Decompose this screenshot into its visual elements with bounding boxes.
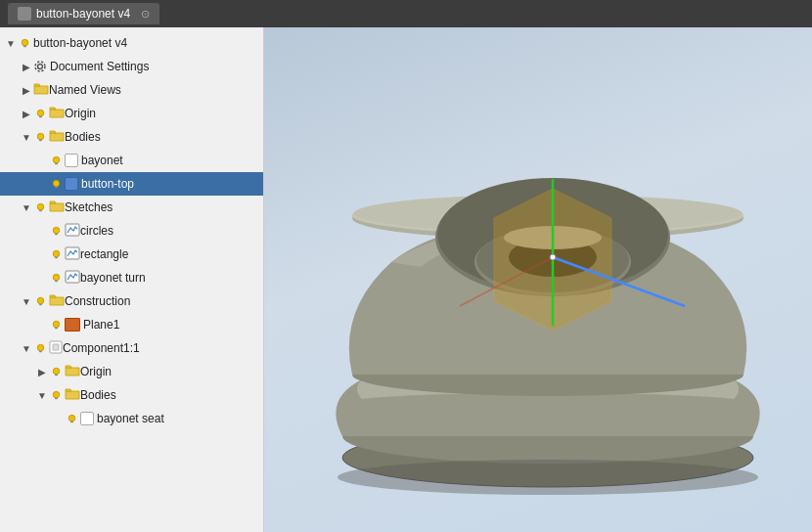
svg-point-0: [22, 39, 28, 45]
tree-item-sketches[interactable]: Sketches: [0, 196, 263, 219]
svg-rect-18: [55, 256, 58, 257]
visibility-icon[interactable]: [49, 318, 63, 332]
tree-arrow[interactable]: [35, 224, 49, 238]
tree-item-label: button-top: [81, 177, 134, 191]
visibility-icon[interactable]: [33, 107, 47, 120]
visibility-icon[interactable]: [33, 130, 47, 144]
visibility-icon[interactable]: [49, 224, 63, 238]
tree-item-bayonet-turn[interactable]: bayonet turn: [0, 266, 263, 289]
svg-rect-21: [55, 280, 58, 281]
tree-item-label: Construction: [65, 294, 130, 308]
body-selected-icon: [65, 177, 78, 191]
tab-label: button-bayonet v4: [36, 7, 130, 21]
gear-icon: [33, 60, 47, 73]
tree-arrow[interactable]: [4, 36, 18, 50]
svg-rect-34: [55, 397, 58, 398]
svg-point-8: [53, 156, 60, 163]
svg-rect-28: [39, 350, 42, 351]
body-icon: [80, 412, 94, 425]
svg-rect-11: [55, 186, 58, 187]
svg-point-10: [53, 180, 60, 187]
tree-arrow[interactable]: [51, 412, 65, 425]
body-icon: [65, 154, 78, 167]
tree-item-label: button-bayonet v4: [33, 36, 127, 50]
visibility-icon[interactable]: [33, 200, 47, 214]
tree-item-label: Origin: [80, 365, 112, 378]
svg-point-2: [38, 65, 43, 69]
tree-item-named-views[interactable]: Named Views: [0, 78, 263, 102]
tree-arrow[interactable]: [35, 271, 49, 285]
visibility-icon[interactable]: [49, 388, 63, 402]
visibility-icon[interactable]: [49, 365, 63, 378]
visibility-icon[interactable]: [33, 294, 47, 308]
tree-arrow[interactable]: [35, 365, 49, 378]
folder-icon: [65, 387, 80, 404]
tree-arrow[interactable]: [35, 154, 49, 167]
visibility-icon[interactable]: [33, 341, 47, 355]
svg-rect-1: [23, 45, 26, 46]
tree-arrow[interactable]: [35, 247, 49, 261]
folder-icon: [49, 293, 65, 310]
sketch-icon: [65, 246, 80, 263]
folder-icon: [49, 106, 65, 122]
tree-arrow[interactable]: [20, 83, 33, 97]
tree-item-bodies-comp[interactable]: Bodies: [0, 383, 263, 407]
tree-item-doc-settings[interactable]: Document Settings: [0, 55, 263, 78]
svg-point-14: [53, 227, 60, 234]
visibility-icon[interactable]: [49, 154, 63, 167]
tree-arrow[interactable]: [35, 177, 49, 191]
tree-arrow[interactable]: [20, 294, 33, 308]
tree-arrow[interactable]: [20, 107, 33, 120]
tree-item-label: bayonet seat: [97, 412, 164, 425]
svg-rect-13: [39, 209, 42, 210]
tree-arrow[interactable]: [20, 341, 33, 355]
svg-point-35: [68, 415, 75, 421]
tree-item-bayonet[interactable]: bayonet: [0, 149, 263, 172]
visibility-icon[interactable]: [49, 247, 63, 261]
document-tab[interactable]: button-bayonet v4 ⊙: [8, 3, 159, 24]
tree-arrow[interactable]: [20, 200, 33, 214]
tree-item-button-top[interactable]: button-top: [0, 172, 263, 196]
tree-arrow[interactable]: [20, 60, 33, 73]
svg-rect-30: [53, 344, 59, 350]
sketch-icon: [65, 223, 80, 240]
folder-icon: [33, 82, 49, 99]
tree-item-origin-top[interactable]: Origin: [0, 102, 263, 125]
tree-panel: button-bayonet v4Document SettingsNamed …: [0, 27, 264, 532]
tree-item-root[interactable]: button-bayonet v4: [0, 31, 263, 55]
visibility-icon[interactable]: [49, 177, 63, 191]
tree-item-rectangle[interactable]: rectangle: [0, 243, 263, 266]
tree-item-label: Bodies: [65, 130, 101, 144]
tree-item-bayonet-seat[interactable]: bayonet seat: [0, 407, 263, 430]
svg-point-31: [53, 368, 60, 375]
visibility-icon[interactable]: [18, 36, 31, 50]
tree-item-label: Sketches: [65, 200, 113, 214]
svg-rect-32: [55, 374, 58, 375]
svg-point-4: [37, 110, 44, 116]
plane-icon: [65, 318, 80, 332]
tree-item-label: rectangle: [80, 247, 128, 261]
svg-point-53: [550, 254, 556, 260]
tree-arrow[interactable]: [35, 388, 49, 402]
title-bar: button-bayonet v4 ⊙: [0, 0, 812, 27]
tree-item-label: Origin: [65, 107, 96, 120]
svg-rect-36: [70, 421, 73, 421]
svg-rect-9: [55, 162, 58, 163]
sketch-icon: [65, 270, 80, 287]
tree-item-plane1[interactable]: Plane1: [0, 313, 263, 336]
tree-item-origin-comp[interactable]: Origin: [0, 360, 263, 383]
visibility-icon[interactable]: [49, 271, 63, 285]
tree-item-construction[interactable]: Construction: [0, 289, 263, 313]
tree-arrow[interactable]: [35, 318, 49, 332]
component-icon: [49, 340, 63, 357]
tree-arrow[interactable]: [20, 130, 33, 144]
visibility-icon[interactable]: [65, 412, 78, 425]
tree-item-circles[interactable]: circles: [0, 219, 263, 243]
svg-point-12: [37, 203, 44, 210]
tree-item-label: Document Settings: [50, 60, 149, 73]
viewport-3d[interactable]: [264, 27, 812, 532]
svg-point-25: [53, 321, 60, 328]
tree-item-bodies-top[interactable]: Bodies: [0, 125, 263, 149]
3d-render: [264, 27, 812, 532]
tree-item-component1[interactable]: Component1:1: [0, 336, 263, 360]
